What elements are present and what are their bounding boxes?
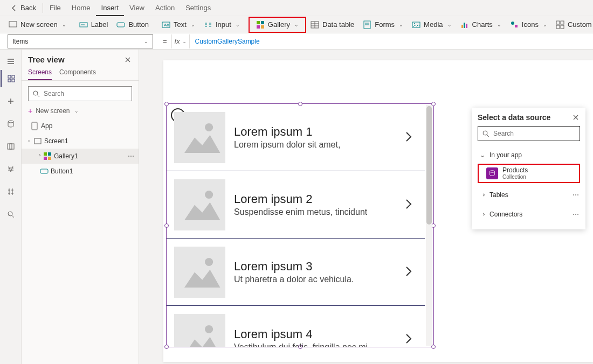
tree-title: Tree view	[28, 55, 65, 64]
app-icon	[30, 122, 39, 130]
property-dropdown[interactable]: Items ⌄	[8, 34, 153, 48]
chevron-right-icon[interactable]	[402, 130, 417, 145]
charts-button[interactable]: Charts⌄	[456, 18, 506, 32]
equals-label: =	[158, 37, 171, 45]
rail-insert[interactable]	[1, 93, 21, 110]
menu-action[interactable]: Action	[150, 1, 180, 16]
gallery-button[interactable]: Gallery⌄	[252, 18, 303, 32]
svg-rect-58	[174, 314, 225, 347]
ds-header: Select a data source	[478, 113, 580, 122]
chevron-down-icon: ⌄	[543, 22, 547, 27]
menu-view[interactable]: View	[124, 1, 150, 16]
menu-file[interactable]: File	[44, 1, 66, 16]
tree-search[interactable]	[28, 86, 132, 101]
svg-rect-33	[8, 79, 11, 82]
gallery-control[interactable]: Lorem ipsum 1 Lorem ipsum dolor sit amet…	[166, 103, 434, 347]
media-button[interactable]: Media⌄	[408, 18, 456, 32]
button-label: Button	[128, 20, 149, 29]
formula-input[interactable]: CustomGallerySample	[190, 38, 593, 45]
tree-node-gallery1[interactable]: ⌄ Gallery1 ⋯	[22, 149, 139, 164]
svg-point-51	[205, 123, 213, 131]
tree-screen1-label: Screen1	[44, 137, 68, 145]
gallery-row[interactable]: Lorem ipsum 4 Vestibulum dui felis, frin…	[167, 306, 425, 347]
ds-title: Select a data source	[478, 113, 550, 122]
rail-search[interactable]	[1, 206, 21, 223]
gallery-subtitle: Ut pharetra a dolor ac vehicula.	[234, 275, 394, 284]
svg-rect-8	[257, 25, 260, 29]
gallery-scrollbar[interactable]	[426, 105, 432, 346]
new-screen-label: New screen	[20, 20, 58, 29]
chevron-right-icon: ⌄	[479, 192, 486, 198]
scrollbar-thumb[interactable]	[426, 106, 432, 225]
more-icon[interactable]: ⋯	[573, 191, 579, 199]
menu-settings[interactable]: Settings	[180, 1, 216, 16]
new-screen-button[interactable]: New screen⌄	[4, 18, 71, 32]
text-label: Text	[174, 20, 187, 29]
search-icon	[32, 89, 40, 98]
gallery-title: Lorem ipsum 2	[234, 192, 394, 206]
media-icon	[412, 20, 420, 29]
rail-data[interactable]	[1, 115, 21, 132]
svg-point-54	[205, 190, 213, 198]
search-icon	[481, 129, 490, 138]
rail-variables[interactable]	[1, 160, 21, 178]
chevron-right-icon[interactable]	[402, 332, 417, 347]
forms-button[interactable]: Forms⌄	[358, 18, 408, 32]
top-menu: Back File Home Insert View Action Settin…	[0, 0, 593, 16]
svg-rect-3	[117, 23, 125, 27]
more-icon[interactable]: ⋯	[573, 211, 579, 218]
tab-screens[interactable]: Screens	[28, 68, 52, 80]
svg-rect-43	[35, 138, 41, 144]
gallery-icon	[256, 20, 265, 29]
chevron-right-icon[interactable]	[402, 198, 417, 212]
gallery-subtitle: Vestibulum dui felis, fringilla nec mi	[234, 342, 394, 347]
menu-home[interactable]: Home	[66, 1, 96, 16]
fx-button[interactable]: fx⌄	[171, 34, 190, 48]
ds-section-inapp[interactable]: ⌄ In your app	[478, 148, 580, 163]
input-button[interactable]: Input⌄	[199, 18, 244, 32]
ds-search[interactable]	[478, 126, 580, 141]
close-icon[interactable]	[123, 55, 132, 64]
tree-new-screen-label: New screen	[36, 107, 70, 115]
custom-button[interactable]: Custom⌄	[551, 18, 593, 32]
label-label: Label	[91, 20, 108, 29]
label-button[interactable]: Label	[75, 18, 113, 32]
svg-rect-27	[561, 25, 564, 29]
button-button[interactable]: Button	[112, 18, 153, 32]
rail-hamburger[interactable]	[1, 53, 21, 70]
ds-search-input[interactable]	[493, 130, 576, 137]
ds-item-products[interactable]: Products Collection	[478, 164, 580, 183]
ds-section-connectors[interactable]: ⌄ Connectors ⋯	[478, 207, 580, 222]
back-button[interactable]: Back	[4, 1, 42, 16]
charts-icon	[460, 20, 469, 29]
gallery-row[interactable]: Lorem ipsum 3 Ut pharetra a dolor ac veh…	[167, 239, 425, 306]
svg-line-39	[12, 215, 14, 218]
more-icon[interactable]: ⋯	[128, 152, 134, 160]
input-label: Input	[216, 20, 231, 29]
chevron-down-icon: ⌄	[144, 39, 148, 44]
data-table-button[interactable]: Data table	[306, 18, 358, 32]
tree-node-button1[interactable]: Button1	[22, 164, 139, 179]
tab-components[interactable]: Components	[59, 68, 96, 80]
close-icon[interactable]	[571, 113, 580, 122]
gallery-row[interactable]: Lorem ipsum 2 Suspendisse enim metus, ti…	[167, 171, 425, 239]
custom-icon	[556, 20, 564, 29]
svg-rect-42	[32, 122, 37, 130]
tree-search-input[interactable]	[44, 90, 128, 97]
gallery-row[interactable]: Lorem ipsum 1 Lorem ipsum dolor sit amet…	[167, 104, 425, 171]
icons-button[interactable]: Icons⌄	[506, 18, 551, 32]
gallery-label: Gallery	[268, 20, 290, 29]
charts-label: Charts	[472, 20, 493, 29]
button-icon	[116, 20, 125, 29]
rail-media[interactable]	[1, 138, 21, 155]
tree-new-screen[interactable]: + New screen ⌄	[28, 107, 132, 115]
text-button[interactable]: Ab Text⌄	[157, 18, 199, 32]
tree-node-screen1[interactable]: ⌄ Screen1	[22, 134, 139, 149]
chevron-right-icon[interactable]	[402, 265, 417, 279]
collection-icon	[486, 167, 498, 179]
tree-node-app[interactable]: App	[22, 118, 139, 134]
rail-advanced[interactable]	[1, 183, 21, 200]
rail-tree[interactable]	[1, 70, 21, 87]
ds-section-tables[interactable]: ⌄ Tables ⋯	[478, 187, 580, 202]
menu-insert[interactable]: Insert	[96, 0, 125, 16]
